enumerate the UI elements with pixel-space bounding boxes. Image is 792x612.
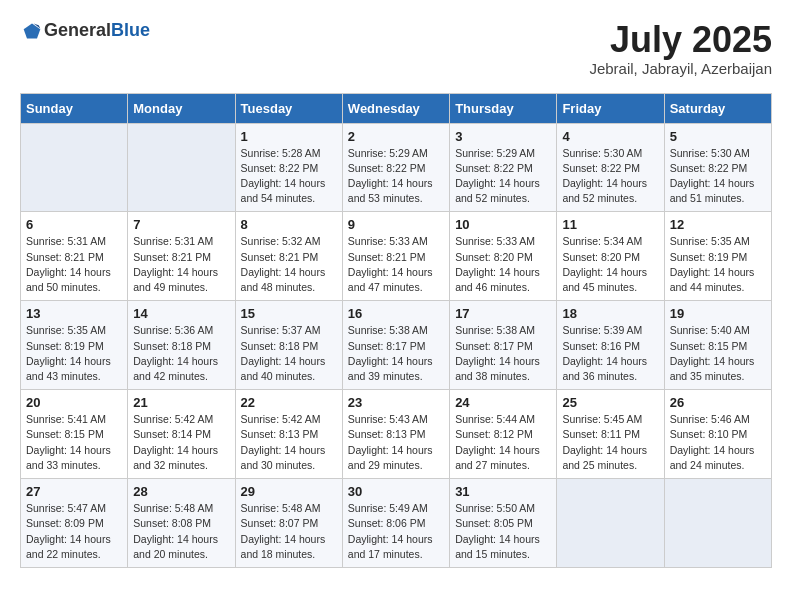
- day-number: 7: [133, 217, 229, 232]
- calendar-week-row: 1Sunrise: 5:28 AMSunset: 8:22 PMDaylight…: [21, 123, 772, 212]
- cell-info: Sunrise: 5:42 AMSunset: 8:13 PMDaylight:…: [241, 413, 326, 471]
- cell-info: Sunrise: 5:31 AMSunset: 8:21 PMDaylight:…: [133, 235, 218, 293]
- calendar-cell: 8Sunrise: 5:32 AMSunset: 8:21 PMDaylight…: [235, 212, 342, 301]
- calendar-cell: 18Sunrise: 5:39 AMSunset: 8:16 PMDayligh…: [557, 301, 664, 390]
- calendar-cell: 28Sunrise: 5:48 AMSunset: 8:08 PMDayligh…: [128, 479, 235, 568]
- calendar-table: SundayMondayTuesdayWednesdayThursdayFrid…: [20, 93, 772, 568]
- day-number: 15: [241, 306, 337, 321]
- day-number: 2: [348, 129, 444, 144]
- weekday-header-saturday: Saturday: [664, 93, 771, 123]
- day-number: 6: [26, 217, 122, 232]
- calendar-cell: 24Sunrise: 5:44 AMSunset: 8:12 PMDayligh…: [450, 390, 557, 479]
- cell-info: Sunrise: 5:50 AMSunset: 8:05 PMDaylight:…: [455, 502, 540, 560]
- day-number: 11: [562, 217, 658, 232]
- calendar-cell: 27Sunrise: 5:47 AMSunset: 8:09 PMDayligh…: [21, 479, 128, 568]
- calendar-cell: [557, 479, 664, 568]
- day-number: 13: [26, 306, 122, 321]
- cell-info: Sunrise: 5:36 AMSunset: 8:18 PMDaylight:…: [133, 324, 218, 382]
- cell-info: Sunrise: 5:45 AMSunset: 8:11 PMDaylight:…: [562, 413, 647, 471]
- cell-info: Sunrise: 5:30 AMSunset: 8:22 PMDaylight:…: [670, 147, 755, 205]
- cell-info: Sunrise: 5:49 AMSunset: 8:06 PMDaylight:…: [348, 502, 433, 560]
- day-number: 5: [670, 129, 766, 144]
- calendar-cell: 1Sunrise: 5:28 AMSunset: 8:22 PMDaylight…: [235, 123, 342, 212]
- cell-info: Sunrise: 5:28 AMSunset: 8:22 PMDaylight:…: [241, 147, 326, 205]
- cell-info: Sunrise: 5:47 AMSunset: 8:09 PMDaylight:…: [26, 502, 111, 560]
- day-number: 3: [455, 129, 551, 144]
- calendar-cell: 20Sunrise: 5:41 AMSunset: 8:15 PMDayligh…: [21, 390, 128, 479]
- cell-info: Sunrise: 5:38 AMSunset: 8:17 PMDaylight:…: [348, 324, 433, 382]
- day-number: 20: [26, 395, 122, 410]
- calendar-week-row: 13Sunrise: 5:35 AMSunset: 8:19 PMDayligh…: [21, 301, 772, 390]
- calendar-cell: 6Sunrise: 5:31 AMSunset: 8:21 PMDaylight…: [21, 212, 128, 301]
- cell-info: Sunrise: 5:29 AMSunset: 8:22 PMDaylight:…: [348, 147, 433, 205]
- calendar-cell: [128, 123, 235, 212]
- calendar-week-row: 20Sunrise: 5:41 AMSunset: 8:15 PMDayligh…: [21, 390, 772, 479]
- day-number: 10: [455, 217, 551, 232]
- calendar-cell: 5Sunrise: 5:30 AMSunset: 8:22 PMDaylight…: [664, 123, 771, 212]
- day-number: 23: [348, 395, 444, 410]
- location-title: Jebrail, Jabrayil, Azerbaijan: [589, 60, 772, 77]
- day-number: 22: [241, 395, 337, 410]
- day-number: 21: [133, 395, 229, 410]
- cell-info: Sunrise: 5:46 AMSunset: 8:10 PMDaylight:…: [670, 413, 755, 471]
- cell-info: Sunrise: 5:31 AMSunset: 8:21 PMDaylight:…: [26, 235, 111, 293]
- calendar-cell: 12Sunrise: 5:35 AMSunset: 8:19 PMDayligh…: [664, 212, 771, 301]
- day-number: 9: [348, 217, 444, 232]
- day-number: 14: [133, 306, 229, 321]
- day-number: 16: [348, 306, 444, 321]
- day-number: 19: [670, 306, 766, 321]
- cell-info: Sunrise: 5:43 AMSunset: 8:13 PMDaylight:…: [348, 413, 433, 471]
- cell-info: Sunrise: 5:37 AMSunset: 8:18 PMDaylight:…: [241, 324, 326, 382]
- cell-info: Sunrise: 5:33 AMSunset: 8:21 PMDaylight:…: [348, 235, 433, 293]
- logo: GeneralBlue: [20, 20, 150, 41]
- cell-info: Sunrise: 5:44 AMSunset: 8:12 PMDaylight:…: [455, 413, 540, 471]
- day-number: 27: [26, 484, 122, 499]
- day-number: 12: [670, 217, 766, 232]
- day-number: 1: [241, 129, 337, 144]
- day-number: 4: [562, 129, 658, 144]
- calendar-cell: 2Sunrise: 5:29 AMSunset: 8:22 PMDaylight…: [342, 123, 449, 212]
- day-number: 29: [241, 484, 337, 499]
- weekday-header-monday: Monday: [128, 93, 235, 123]
- cell-info: Sunrise: 5:41 AMSunset: 8:15 PMDaylight:…: [26, 413, 111, 471]
- day-number: 18: [562, 306, 658, 321]
- cell-info: Sunrise: 5:40 AMSunset: 8:15 PMDaylight:…: [670, 324, 755, 382]
- calendar-cell: 10Sunrise: 5:33 AMSunset: 8:20 PMDayligh…: [450, 212, 557, 301]
- calendar-week-row: 27Sunrise: 5:47 AMSunset: 8:09 PMDayligh…: [21, 479, 772, 568]
- cell-info: Sunrise: 5:35 AMSunset: 8:19 PMDaylight:…: [670, 235, 755, 293]
- cell-info: Sunrise: 5:33 AMSunset: 8:20 PMDaylight:…: [455, 235, 540, 293]
- calendar-cell: 19Sunrise: 5:40 AMSunset: 8:15 PMDayligh…: [664, 301, 771, 390]
- calendar-cell: 29Sunrise: 5:48 AMSunset: 8:07 PMDayligh…: [235, 479, 342, 568]
- calendar-cell: 13Sunrise: 5:35 AMSunset: 8:19 PMDayligh…: [21, 301, 128, 390]
- cell-info: Sunrise: 5:34 AMSunset: 8:20 PMDaylight:…: [562, 235, 647, 293]
- calendar-cell: 21Sunrise: 5:42 AMSunset: 8:14 PMDayligh…: [128, 390, 235, 479]
- calendar-cell: 3Sunrise: 5:29 AMSunset: 8:22 PMDaylight…: [450, 123, 557, 212]
- weekday-header-tuesday: Tuesday: [235, 93, 342, 123]
- logo-general-text: General: [44, 20, 111, 40]
- day-number: 26: [670, 395, 766, 410]
- day-number: 24: [455, 395, 551, 410]
- day-number: 30: [348, 484, 444, 499]
- calendar-cell: [664, 479, 771, 568]
- day-number: 8: [241, 217, 337, 232]
- calendar-cell: 4Sunrise: 5:30 AMSunset: 8:22 PMDaylight…: [557, 123, 664, 212]
- weekday-header-thursday: Thursday: [450, 93, 557, 123]
- cell-info: Sunrise: 5:48 AMSunset: 8:07 PMDaylight:…: [241, 502, 326, 560]
- cell-info: Sunrise: 5:39 AMSunset: 8:16 PMDaylight:…: [562, 324, 647, 382]
- title-area: July 2025 Jebrail, Jabrayil, Azerbaijan: [589, 20, 772, 77]
- month-title: July 2025: [589, 20, 772, 60]
- day-number: 17: [455, 306, 551, 321]
- calendar-cell: 25Sunrise: 5:45 AMSunset: 8:11 PMDayligh…: [557, 390, 664, 479]
- cell-info: Sunrise: 5:32 AMSunset: 8:21 PMDaylight:…: [241, 235, 326, 293]
- calendar-week-row: 6Sunrise: 5:31 AMSunset: 8:21 PMDaylight…: [21, 212, 772, 301]
- day-number: 28: [133, 484, 229, 499]
- weekday-header-friday: Friday: [557, 93, 664, 123]
- calendar-cell: 30Sunrise: 5:49 AMSunset: 8:06 PMDayligh…: [342, 479, 449, 568]
- calendar-cell: 11Sunrise: 5:34 AMSunset: 8:20 PMDayligh…: [557, 212, 664, 301]
- cell-info: Sunrise: 5:29 AMSunset: 8:22 PMDaylight:…: [455, 147, 540, 205]
- weekday-header-sunday: Sunday: [21, 93, 128, 123]
- cell-info: Sunrise: 5:35 AMSunset: 8:19 PMDaylight:…: [26, 324, 111, 382]
- cell-info: Sunrise: 5:48 AMSunset: 8:08 PMDaylight:…: [133, 502, 218, 560]
- calendar-cell: 15Sunrise: 5:37 AMSunset: 8:18 PMDayligh…: [235, 301, 342, 390]
- logo-blue-text: Blue: [111, 20, 150, 40]
